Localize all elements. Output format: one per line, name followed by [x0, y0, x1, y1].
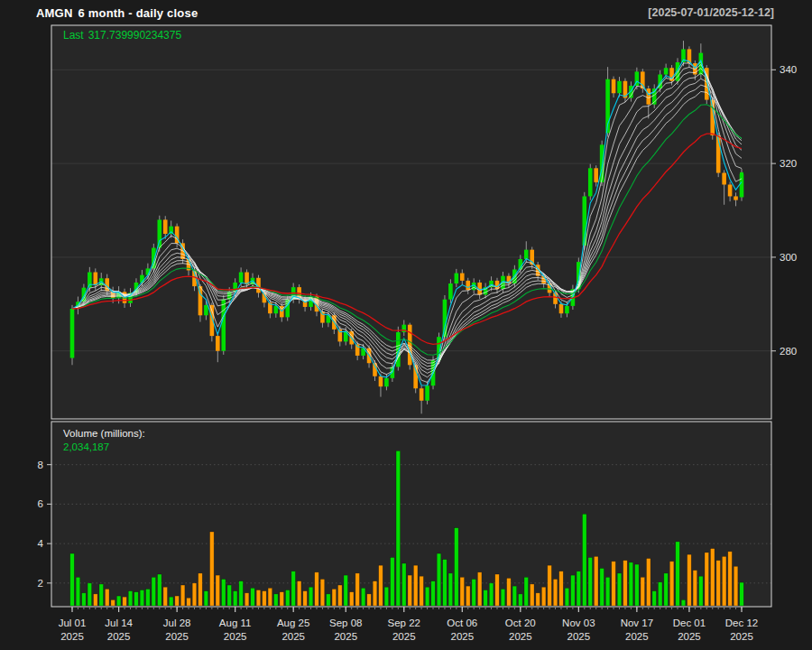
volume-bar	[676, 542, 680, 606]
volume-bar	[216, 575, 220, 606]
volume-bar	[646, 559, 651, 606]
date-tick-label: Jul 012025	[59, 618, 87, 642]
volume-bar	[268, 588, 272, 606]
volume-bar	[501, 589, 505, 606]
price-volume-chart: 2803003203402468Jul 012025Jul 142025Jul …	[0, 0, 812, 650]
volume-bar	[187, 598, 191, 606]
date-tick-label: Nov 032025	[562, 618, 595, 642]
volume-bar	[687, 554, 692, 606]
stock-chart-window: AMGN6 month - daily close [2025-07-01/20…	[0, 0, 812, 650]
volume-label: Volume (millions):	[63, 427, 145, 441]
volume-bar	[716, 561, 721, 606]
date-tick-label: Nov 172025	[621, 618, 653, 642]
candle-body	[588, 168, 593, 196]
volume-bar	[431, 581, 436, 606]
svg-text:2: 2	[38, 578, 43, 589]
candle-body	[728, 184, 733, 196]
candle-body	[379, 376, 383, 386]
volume-bar	[681, 599, 686, 606]
volume-bar	[192, 583, 197, 606]
volume-bar	[541, 587, 546, 606]
volume-bar	[401, 563, 406, 606]
volume-bar	[722, 556, 726, 606]
volume-bar	[495, 574, 500, 606]
volume-bar	[600, 568, 604, 606]
volume-bar	[349, 592, 354, 606]
date-tick-label: Jul 142025	[105, 618, 133, 642]
volume-bar	[309, 587, 313, 606]
volume-bar	[559, 571, 564, 606]
volume-bar	[460, 577, 465, 606]
candle-body	[612, 79, 616, 94]
volume-bar	[623, 561, 628, 606]
volume-bar	[455, 528, 459, 606]
chart-title-text: 6 month - daily close	[78, 6, 198, 20]
volume-bar	[396, 450, 401, 606]
volume-bar	[693, 571, 697, 606]
volume-bar	[635, 564, 640, 606]
volume-bar	[373, 581, 377, 606]
volume-bar	[548, 565, 552, 606]
volume-bar	[198, 573, 203, 606]
volume-bar	[605, 577, 610, 606]
volume-bar	[251, 588, 255, 606]
volume-bar	[338, 585, 343, 606]
volume-bar	[420, 576, 424, 606]
last-value: 317.739990234375	[88, 29, 181, 42]
svg-text:8: 8	[38, 460, 43, 470]
volume-bar	[134, 592, 139, 606]
date-axis: Jul 012025Jul 142025Jul 282025Aug 112025…	[59, 607, 759, 642]
candle-body	[204, 305, 208, 315]
volume-bar	[361, 588, 365, 606]
volume-bar	[437, 553, 441, 606]
volume-bar	[355, 573, 360, 606]
candle-body	[70, 309, 75, 358]
volume-bar	[263, 591, 267, 606]
candle-body	[722, 173, 726, 185]
volume-bar	[180, 585, 185, 606]
last-price-readout: Last317.739990234375	[63, 29, 181, 42]
volume-bar	[384, 587, 389, 606]
volume-bar	[484, 590, 488, 606]
candle-body	[641, 71, 645, 88]
volume-bar	[123, 597, 127, 606]
volume-bar	[111, 599, 115, 606]
volume-bar	[157, 574, 161, 606]
volume-bar	[669, 562, 674, 606]
volume-bar	[507, 578, 512, 606]
volume-bar	[391, 557, 395, 606]
last-label: Last	[63, 29, 84, 42]
volume-bar	[629, 562, 633, 606]
volume-bar	[204, 591, 208, 606]
volume-bar	[612, 562, 616, 606]
candle-body	[734, 196, 738, 200]
volume-value: 2,034,187	[63, 441, 145, 454]
svg-text:320: 320	[780, 158, 797, 169]
volume-bar	[88, 583, 92, 606]
volume-bar	[82, 593, 87, 606]
volume-bar	[99, 584, 104, 606]
volume-bar	[274, 594, 279, 606]
candle-body	[664, 68, 669, 74]
last-close-marker	[740, 172, 743, 176]
volume-bar	[658, 582, 662, 606]
volume-bar	[210, 532, 215, 606]
volume-bar	[169, 597, 173, 606]
date-tick-label: Dec 012025	[673, 618, 706, 642]
candle-body	[646, 88, 651, 105]
svg-text:340: 340	[780, 64, 797, 75]
volume-bar	[740, 582, 744, 606]
volume-bar	[344, 575, 348, 606]
date-tick-label: Aug 112025	[219, 618, 252, 642]
svg-text:280: 280	[780, 346, 797, 357]
volume-bar	[588, 557, 593, 606]
candle-body	[384, 378, 389, 386]
volume-bar	[489, 583, 494, 606]
candle-body	[455, 274, 459, 283]
volume-bar	[379, 565, 383, 606]
volume-bar	[472, 579, 476, 606]
candle-body	[157, 219, 161, 247]
volume-bar	[116, 596, 121, 606]
date-tick-label: Oct 062025	[447, 618, 477, 642]
volume-bar	[76, 577, 80, 606]
